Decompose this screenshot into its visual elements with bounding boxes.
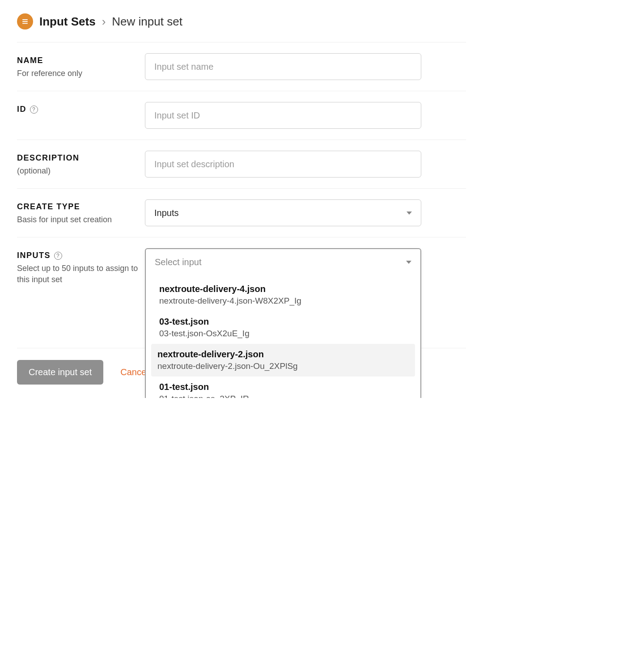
breadcrumb: Input Sets › New input set [39, 15, 182, 29]
inputs-placeholder: Select input [155, 257, 202, 267]
create-button[interactable]: Create input set [17, 360, 103, 385]
label-name: NAME [17, 56, 145, 65]
help-name: For reference only [17, 68, 145, 79]
id-input[interactable] [145, 102, 421, 129]
help-icon[interactable]: ? [30, 106, 38, 114]
label-inputs: INPUTS ? [17, 251, 145, 260]
help-inputs: Select up to 50 inputs to assign to this… [17, 263, 145, 285]
svg-rect-3 [22, 23, 28, 24]
option-subtitle: 03-test.json-OsX2uE_Ig [159, 329, 407, 338]
svg-rect-2 [22, 21, 28, 22]
svg-rect-1 [22, 19, 28, 20]
inputs-option[interactable]: 03-test.json03-test.json-OsX2uE_Ig [150, 311, 416, 344]
row-id: ID ? [17, 91, 466, 140]
page-header: Input Sets › New input set [17, 13, 466, 42]
chevron-right-icon: › [102, 15, 106, 29]
inputs-option[interactable]: nextroute-delivery-4.jsonnextroute-deliv… [150, 279, 416, 311]
option-title: nextroute-delivery-2.json [157, 349, 406, 360]
inputs-option[interactable]: 01-test.json01-test.json-os_2XP_IR [150, 377, 416, 398]
row-name: NAME For reference only [17, 42, 466, 91]
row-description: DESCRIPTION (optional) [17, 140, 466, 189]
description-input[interactable] [145, 151, 421, 178]
label-create-type: CREATE TYPE [17, 202, 145, 212]
option-subtitle: nextroute-delivery-4.json-W8X2XP_Ig [159, 296, 407, 306]
create-type-select[interactable]: Inputs [145, 199, 421, 226]
row-create-type: CREATE TYPE Basis for input set creation… [17, 189, 466, 237]
name-input[interactable] [145, 53, 421, 80]
inputs-select-header[interactable]: Select input [146, 249, 420, 275]
label-description: DESCRIPTION [17, 153, 145, 163]
breadcrumb-root[interactable]: Input Sets [39, 15, 96, 29]
cancel-link[interactable]: Cancel [120, 367, 148, 377]
breadcrumb-current: New input set [112, 15, 182, 29]
inputs-options-list: nextroute-delivery-4.jsonnextroute-deliv… [146, 275, 420, 398]
help-icon[interactable]: ? [54, 252, 62, 260]
option-subtitle: 01-test.json-os_2XP_IR [159, 394, 407, 398]
option-subtitle: nextroute-delivery-2.json-Ou_2XPlSg [157, 361, 406, 371]
help-create-type: Basis for input set creation [17, 214, 145, 225]
chevron-down-icon [406, 261, 411, 264]
label-id: ID ? [17, 105, 145, 114]
option-title: 01-test.json [159, 382, 407, 392]
row-inputs: INPUTS ? Select up to 50 inputs to assig… [17, 237, 466, 348]
create-type-value: Inputs [154, 208, 178, 218]
input-sets-icon [17, 13, 33, 30]
inputs-dropdown[interactable]: Select input nextroute-delivery-4.jsonne… [145, 248, 421, 398]
inputs-option[interactable]: nextroute-delivery-2.jsonnextroute-deliv… [151, 344, 415, 377]
help-description: (optional) [17, 165, 145, 177]
option-title: nextroute-delivery-4.json [159, 284, 407, 294]
chevron-down-icon [407, 212, 412, 215]
option-title: 03-test.json [159, 317, 407, 327]
